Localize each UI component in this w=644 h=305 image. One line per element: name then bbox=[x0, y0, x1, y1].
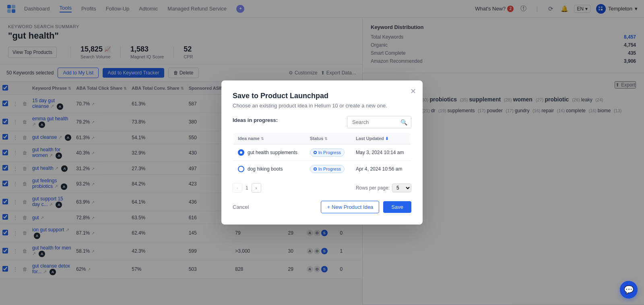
idea-updated-cell: May 3, 2024 10:14 am bbox=[351, 144, 411, 161]
modal-footer-right: + New Product Idea Save bbox=[321, 201, 411, 213]
pagination-next-btn[interactable]: › bbox=[252, 183, 261, 193]
modal-overlay[interactable]: ✕ Save to Product Launchpad Choose an ex… bbox=[0, 0, 644, 305]
modal-title: Save to Product Launchpad bbox=[233, 92, 411, 100]
rows-per-page-control: Rows per page: 5 10 25 bbox=[356, 183, 411, 192]
idea-name-text: gut health supplements bbox=[248, 150, 297, 155]
plus-icon: + bbox=[327, 204, 330, 210]
col-status[interactable]: Status ⇅ bbox=[305, 133, 351, 144]
chat-icon: 💬 bbox=[624, 285, 634, 295]
idea-status-cell: In Progress bbox=[305, 144, 351, 161]
idea-radio-group: gut health supplements bbox=[238, 149, 300, 156]
cancel-btn[interactable]: Cancel bbox=[233, 201, 249, 213]
modal-section-title: Ideas in progress: bbox=[233, 117, 278, 123]
idea-name-cell: gut health supplements bbox=[233, 144, 305, 161]
status-dot-icon bbox=[314, 151, 317, 154]
save-to-launchpad-modal: ✕ Save to Product Launchpad Choose an ex… bbox=[221, 80, 423, 225]
idea-name-cell: dog hiking boots bbox=[233, 161, 305, 177]
idea-radio-btn[interactable] bbox=[238, 166, 244, 172]
status-dot-icon bbox=[314, 167, 317, 171]
col-last-updated[interactable]: Last Updated ⬇ bbox=[351, 133, 411, 144]
rows-per-page-select[interactable]: 5 10 25 bbox=[392, 183, 411, 192]
modal-pagination: ‹ 1 › Rows per page: 5 10 25 bbox=[233, 183, 411, 193]
save-btn[interactable]: Save bbox=[383, 201, 411, 213]
modal-footer: Cancel + New Product Idea Save bbox=[233, 201, 411, 213]
pagination-prev-btn[interactable]: ‹ bbox=[233, 183, 242, 193]
ideas-table-header: Idea name ⇅ Status ⇅ Last Updated ⬇ bbox=[233, 133, 411, 144]
idea-row[interactable]: dog hiking boots In Progress Apr 4, 2024… bbox=[233, 161, 411, 177]
chat-button[interactable]: 💬 bbox=[620, 281, 638, 299]
current-page: 1 bbox=[246, 185, 248, 191]
idea-updated-cell: Apr 4, 2024 10:56 am bbox=[351, 161, 411, 177]
status-badge: In Progress bbox=[310, 148, 345, 157]
modal-search-icon: 🔍 bbox=[400, 119, 407, 126]
rows-per-page-label: Rows per page: bbox=[356, 185, 390, 191]
idea-row[interactable]: gut health supplements In Progress May 3… bbox=[233, 144, 411, 161]
idea-radio-btn[interactable] bbox=[238, 149, 244, 156]
idea-radio-group: dog hiking boots bbox=[238, 166, 300, 172]
modal-subtitle: Choose an existing product idea in Heliu… bbox=[233, 103, 411, 109]
new-product-idea-btn[interactable]: + New Product Idea bbox=[321, 201, 379, 213]
ideas-table: Idea name ⇅ Status ⇅ Last Updated ⬇ gut … bbox=[233, 132, 411, 177]
status-badge: In Progress bbox=[310, 165, 345, 173]
idea-status-cell: In Progress bbox=[305, 161, 351, 177]
idea-name-text: dog hiking boots bbox=[248, 166, 283, 172]
modal-close-btn[interactable]: ✕ bbox=[410, 87, 416, 96]
col-idea-name[interactable]: Idea name ⇅ bbox=[233, 133, 305, 144]
